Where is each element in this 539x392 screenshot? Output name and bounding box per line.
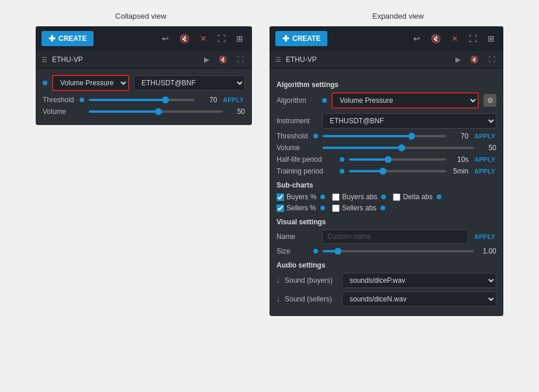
expanded-volume-thumb[interactable] xyxy=(398,144,405,151)
expanded-threshold-thumb[interactable] xyxy=(408,133,415,140)
expanded-halflife-slider[interactable] xyxy=(349,158,446,161)
collapsed-close-button[interactable]: ✕ xyxy=(197,33,210,44)
audio-buyers-select[interactable]: sounds/diceP.wav xyxy=(342,273,496,288)
expanded-undo-button[interactable]: ↩ xyxy=(410,33,423,44)
collapsed-create-button[interactable]: ✚ CREATE xyxy=(42,31,94,46)
delta-abs-label: Delta abs xyxy=(403,193,433,201)
expanded-volume-slider[interactable] xyxy=(323,147,474,149)
buyers-abs-dot xyxy=(381,195,386,199)
collapsed-volume-thumb[interactable] xyxy=(155,108,162,115)
collapsed-content: Volume Pressure ETHUSDT@BNF Threshold 70… xyxy=(36,69,252,125)
buyers-pct-item[interactable]: Buyers % xyxy=(277,193,325,201)
collapsed-threshold-thumb[interactable] xyxy=(162,96,169,103)
expanded-plus-icon: ✚ xyxy=(282,34,289,43)
expanded-algorithm-row: Algorithm Volume Pressure ⚙ xyxy=(277,92,496,109)
expanded-training-apply[interactable]: APPLY xyxy=(473,168,496,175)
expanded-play-icon: ▶ xyxy=(455,55,461,64)
collapsed-threshold-track xyxy=(89,99,165,101)
expanded-submute-button[interactable]: 🔇 xyxy=(468,54,481,65)
audio-sellers-icon: ♩ xyxy=(277,295,280,303)
expanded-volume-value: 50 xyxy=(479,144,496,152)
expanded-algorithm-select[interactable]: Volume Pressure xyxy=(331,92,479,109)
expanded-volume-row: Volume 50 xyxy=(277,144,496,152)
collapsed-volume-slider[interactable] xyxy=(89,110,223,113)
expanded-halflife-apply[interactable]: APPLY xyxy=(473,156,496,163)
play-icon: ▶ xyxy=(204,55,209,64)
expanded-panel-title: ETHU-VP xyxy=(286,55,317,64)
subcharts-row1: Buyers % Buyers abs Delta abs xyxy=(277,193,496,201)
expanded-create-button[interactable]: ✚ CREATE xyxy=(275,31,327,46)
buyers-abs-item[interactable]: Buyers abs xyxy=(332,193,386,201)
expanded-training-thumb[interactable] xyxy=(379,168,386,175)
expanded-expand-button[interactable]: ⛶ xyxy=(466,33,480,44)
expanded-halflife-value: 10s xyxy=(451,155,468,164)
visual-name-apply[interactable]: APPLY xyxy=(473,233,496,240)
expanded-gear-button[interactable]: ⚙ xyxy=(483,94,496,107)
audio-buyers-icon: ♩ xyxy=(277,276,280,285)
collapsed-play-button[interactable]: ▶ xyxy=(202,54,212,65)
buyers-pct-label: Buyers % xyxy=(286,193,316,201)
collapsed-threshold-apply[interactable]: APPLY xyxy=(222,96,245,103)
plus-icon: ✚ xyxy=(49,34,56,43)
expanded-halflife-thumb[interactable] xyxy=(385,156,392,163)
expanded-instrument-select[interactable]: ETHUSDT@BNF xyxy=(322,113,496,129)
delta-abs-dot xyxy=(437,195,441,199)
expand-icon: ⛶ xyxy=(217,34,226,43)
collapsed-mute-button[interactable]: 🔇 xyxy=(177,33,192,44)
expanded-threshold-value: 70 xyxy=(451,132,468,140)
sellers-abs-label: Sellers abs xyxy=(342,204,376,212)
delta-abs-checkbox[interactable] xyxy=(393,193,400,201)
buyers-abs-checkbox[interactable] xyxy=(332,193,340,201)
collapsed-threshold-slider[interactable] xyxy=(89,99,195,101)
expanded-threshold-dot xyxy=(313,134,318,138)
collapsed-threshold-dot xyxy=(80,98,84,102)
sellers-abs-item[interactable]: Sellers abs xyxy=(332,204,385,212)
expanded-instrument-row: Instrument ETHUSDT@BNF xyxy=(277,113,496,129)
audio-buyers-row: ♩ Sound (buyers) sounds/diceP.wav xyxy=(277,273,496,288)
expanded-play-button[interactable]: ▶ xyxy=(453,54,463,65)
collapsed-volume-track xyxy=(89,110,158,113)
visual-size-thumb[interactable] xyxy=(334,248,341,255)
expanded-close-button[interactable]: ✕ xyxy=(448,33,461,44)
expanded-create-label: CREATE xyxy=(292,34,320,43)
collapsed-submute-button[interactable]: 🔇 xyxy=(216,54,230,65)
expanded-threshold-apply[interactable]: APPLY xyxy=(473,133,496,140)
subcharts-section-title: Sub-charts xyxy=(277,181,496,189)
visual-size-slider[interactable] xyxy=(323,250,474,252)
expanded-training-slider[interactable] xyxy=(349,170,446,172)
close-icon: ✕ xyxy=(200,34,207,43)
sellers-pct-dot xyxy=(320,206,325,210)
visual-size-value: 1.00 xyxy=(479,247,496,255)
collapsed-algorithm-select[interactable]: Volume Pressure xyxy=(52,75,129,91)
collapsed-settings-button[interactable]: ⊞ xyxy=(233,33,246,44)
sellers-abs-checkbox[interactable] xyxy=(332,204,340,212)
expanded-panel: ✚ CREATE ↩ 🔇 ✕ ⛶ ⊞ ☰ ETHU-VP xyxy=(270,26,503,316)
collapsed-fullscreen-button[interactable]: ⛶ xyxy=(234,54,246,65)
collapsed-volume-value: 50 xyxy=(227,107,245,116)
sellers-pct-checkbox[interactable] xyxy=(277,204,284,212)
collapsed-instrument-select[interactable]: ETHUSDT@BNF xyxy=(134,75,245,91)
visual-name-input[interactable] xyxy=(322,230,468,244)
buyers-pct-checkbox[interactable] xyxy=(277,193,284,201)
delta-abs-item[interactable]: Delta abs xyxy=(393,193,441,201)
audio-sellers-row: ♩ Sound (sellers) sounds/diceN.wav xyxy=(277,292,496,307)
collapsed-threshold-row: Threshold 70 APPLY xyxy=(43,96,245,104)
collapsed-undo-button[interactable]: ↩ xyxy=(159,33,172,44)
sellers-pct-item[interactable]: Sellers % xyxy=(277,204,325,212)
expanded-halflife-row: Half-life period 10s APPLY xyxy=(277,155,496,164)
expanded-mute-button[interactable]: 🔇 xyxy=(428,33,444,44)
expanded-settings-button[interactable]: ⊞ xyxy=(485,33,497,44)
collapsed-volume-label: Volume xyxy=(43,107,75,116)
buyers-abs-label: Buyers abs xyxy=(342,193,377,201)
audio-sellers-select[interactable]: sounds/diceN.wav xyxy=(342,292,496,307)
collapsed-algorithm-row: Volume Pressure ETHUSDT@BNF xyxy=(43,75,245,91)
expanded-fullscreen-button[interactable]: ⛶ xyxy=(486,54,497,65)
collapsed-expand-button[interactable]: ⛶ xyxy=(215,33,229,44)
visual-name-row: Name APPLY xyxy=(277,230,496,244)
expanded-training-label: Training period xyxy=(277,167,335,175)
expanded-sub-header: ☰ ETHU-VP ▶ 🔇 ⛶ xyxy=(270,51,503,69)
audio-section-title: Audio settings xyxy=(277,261,496,269)
expanded-threshold-slider[interactable] xyxy=(323,135,446,137)
expanded-expand-icon: ⛶ xyxy=(469,34,477,43)
mute-icon: 🔇 xyxy=(179,34,189,43)
